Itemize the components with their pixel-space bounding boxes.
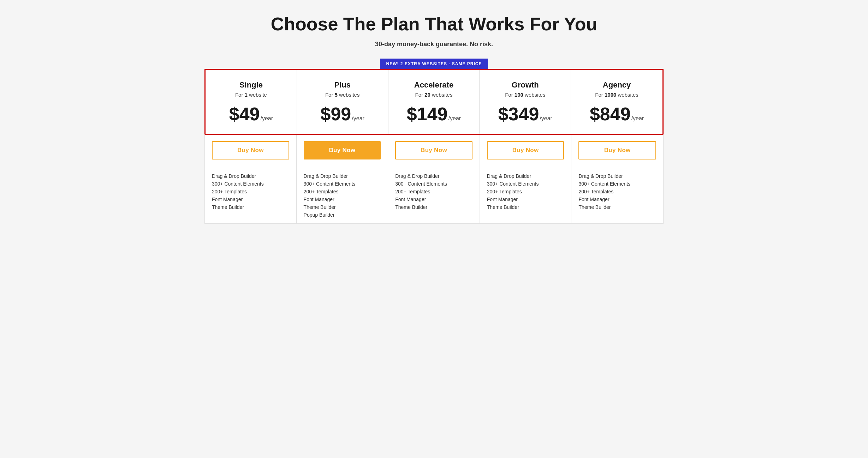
feature-item: Theme Builder [212,204,289,210]
features-cell-plus: Drag & Drop Builder300+ Content Elements… [297,166,388,223]
feature-item: 200+ Templates [578,189,656,194]
feature-item: Theme Builder [578,204,656,210]
feature-item: Popup Builder [304,212,381,218]
page-title: Choose The Plan That Works For You [204,14,664,34]
pricing-table: Single For 1 website $49 /year Plus For … [204,69,664,135]
plan-subtitle-accelerate: For 20 websites [396,92,472,98]
buy-button-single[interactable]: Buy Now [212,141,289,159]
price-period-single: /year [260,115,273,122]
plan-cell-plus: Plus For 5 websites $99 /year [297,70,388,134]
price-container-growth: $349 /year [487,105,564,123]
features-cell-single: Drag & Drop Builder300+ Content Elements… [205,166,297,223]
subtitle: 30-day money-back guarantee. No risk. [204,41,664,48]
price-amount-accelerate: $149 [407,105,448,123]
price-period-accelerate: /year [448,115,461,122]
feature-item: Font Manager [395,197,472,202]
plan-subtitle-growth: For 100 websites [487,92,564,98]
price-container-accelerate: $149 /year [396,105,472,123]
feature-item: 200+ Templates [487,189,564,194]
feature-item: 300+ Content Elements [395,181,472,187]
buy-row: Buy NowBuy NowBuy NowBuy NowBuy Now [205,135,663,166]
plan-cell-accelerate: Accelerate For 20 websites $149 /year [388,70,480,134]
buy-cell-growth: Buy Now [480,135,572,166]
features-cell-growth: Drag & Drop Builder300+ Content Elements… [480,166,572,223]
feature-item: Theme Builder [304,204,381,210]
plan-subtitle-single: For 1 website [213,92,290,98]
feature-item: 300+ Content Elements [487,181,564,187]
buy-button-agency[interactable]: Buy Now [578,141,656,159]
promo-banner: NEW! 2 EXTRA WEBSITES - SAME PRICE [204,59,664,69]
price-period-agency: /year [631,115,644,122]
buy-button-growth[interactable]: Buy Now [487,141,564,159]
feature-item: Theme Builder [395,204,472,210]
features-cell-agency: Drag & Drop Builder300+ Content Elements… [571,166,663,223]
price-amount-growth: $349 [498,105,539,123]
price-amount-agency: $849 [590,105,631,123]
price-container-plus: $99 /year [304,105,381,123]
feature-item: Font Manager [487,197,564,202]
buy-button-accelerate[interactable]: Buy Now [395,141,472,159]
price-amount-plus: $99 [321,105,351,123]
price-amount-single: $49 [229,105,260,123]
plan-subtitle-agency: For 1000 websites [578,92,655,98]
features-cell-accelerate: Drag & Drop Builder300+ Content Elements… [388,166,480,223]
feature-item: 200+ Templates [212,189,289,194]
feature-item: Drag & Drop Builder [578,173,656,179]
plan-name-single: Single [213,80,290,90]
feature-item: 300+ Content Elements [578,181,656,187]
feature-item: Font Manager [578,197,656,202]
feature-item: Theme Builder [487,204,564,210]
buy-cell-single: Buy Now [205,135,297,166]
below-table: Buy NowBuy NowBuy NowBuy NowBuy Now Drag… [204,135,664,224]
price-period-growth: /year [540,115,552,122]
feature-item: Drag & Drop Builder [487,173,564,179]
features-row: Drag & Drop Builder300+ Content Elements… [205,166,663,223]
plan-cell-growth: Growth For 100 websites $349 /year [480,70,571,134]
buy-button-plus[interactable]: Buy Now [304,141,381,159]
page-container: Choose The Plan That Works For You 30-da… [204,14,664,224]
buy-cell-accelerate: Buy Now [388,135,480,166]
plan-name-agency: Agency [578,80,655,90]
plan-subtitle-plus: For 5 websites [304,92,381,98]
feature-item: 300+ Content Elements [304,181,381,187]
feature-item: 200+ Templates [304,189,381,194]
feature-item: Drag & Drop Builder [304,173,381,179]
feature-item: Drag & Drop Builder [212,173,289,179]
price-container-agency: $849 /year [578,105,655,123]
plan-name-accelerate: Accelerate [396,80,472,90]
feature-item: Drag & Drop Builder [395,173,472,179]
price-period-plus: /year [352,115,364,122]
buy-cell-plus: Buy Now [297,135,388,166]
buy-cell-agency: Buy Now [571,135,663,166]
feature-item: Font Manager [304,197,381,202]
plan-name-plus: Plus [304,80,381,90]
feature-item: 200+ Templates [395,189,472,194]
price-container-single: $49 /year [213,105,290,123]
feature-item: Font Manager [212,197,289,202]
plan-cell-single: Single For 1 website $49 /year [206,70,297,134]
promo-badge: NEW! 2 EXTRA WEBSITES - SAME PRICE [380,59,488,69]
feature-item: 300+ Content Elements [212,181,289,187]
pricing-header-row: Single For 1 website $49 /year Plus For … [206,70,662,134]
plan-name-growth: Growth [487,80,564,90]
plan-cell-agency: Agency For 1000 websites $849 /year [571,70,662,134]
